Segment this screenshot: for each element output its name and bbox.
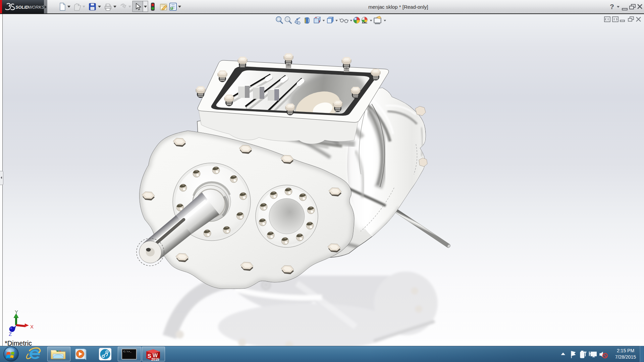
svg-text:Z: Z [9, 331, 12, 337]
svg-text:X: X [30, 324, 34, 329]
svg-text:C:\>_: C:\>_ [123, 350, 131, 353]
svg-text:S: S [148, 353, 151, 359]
svg-text:?: ? [610, 3, 614, 10]
svg-text:Y: Y [15, 309, 18, 315]
svg-text:2015: 2015 [151, 357, 159, 361]
